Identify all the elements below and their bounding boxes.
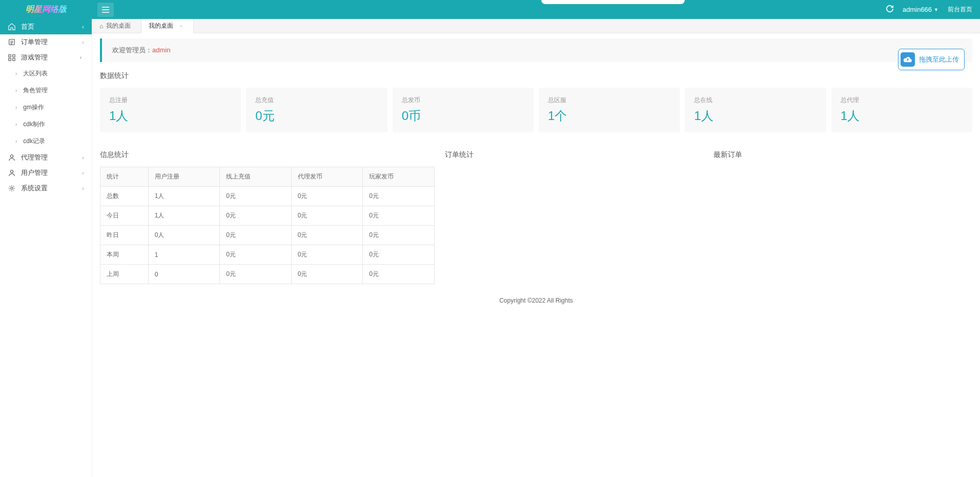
user-dropdown[interactable]: admin666 ▼ — [903, 6, 938, 13]
nav-label: 用户管理 — [21, 168, 48, 177]
chevron-right-icon: › — [15, 71, 17, 76]
table-cell: 0元 — [363, 226, 435, 245]
logo-text: 明星网络版 — [26, 4, 67, 15]
cloud-upload-icon — [901, 52, 915, 67]
nav-label: 代理管理 — [21, 153, 48, 162]
table-cell: 0元 — [220, 206, 292, 226]
nav-sub-item[interactable]: ›gm操作 — [0, 99, 92, 116]
table-header: 用户注册 — [148, 167, 220, 187]
chevron-icon: ⌄ — [78, 55, 85, 60]
nav-sub-item[interactable]: ›角色管理 — [0, 82, 92, 99]
menu-toggle-button[interactable] — [97, 3, 114, 17]
stat-label: 总注册 — [109, 96, 232, 105]
game-icon — [8, 53, 16, 62]
settings-icon — [8, 184, 16, 192]
chevron-right-icon: › — [15, 138, 17, 144]
table-cell: 0元 — [363, 187, 435, 206]
main: ⌂我的桌面我的桌面× 欢迎管理员：admin 拖拽至此上传 数据统计 总注册1人… — [92, 19, 980, 477]
chevron-right-icon: › — [15, 88, 17, 93]
svg-rect-2 — [13, 55, 15, 57]
nav-label: 订单管理 — [21, 37, 48, 47]
table-cell: 总数 — [100, 187, 149, 206]
table-header: 统计 — [100, 167, 149, 187]
table-cell: 0元 — [363, 265, 435, 284]
nav-label: 系统设置 — [21, 184, 48, 193]
chevron-icon: ‹ — [82, 154, 84, 161]
stat-label: 总发币 — [402, 96, 524, 105]
nav-item-user[interactable]: 用户管理‹ — [0, 165, 92, 181]
info-table: 统计用户注册线上充值代理发币玩家发币总数1人0元0元0元今日1人0元0元0元昨日… — [100, 167, 435, 284]
table-cell: 0元 — [220, 187, 292, 206]
nav-item-settings[interactable]: 系统设置‹ — [0, 181, 92, 196]
hamburger-icon — [102, 7, 109, 13]
stat-card: 总注册1人 — [100, 88, 241, 132]
nav-sub-label: 角色管理 — [23, 86, 48, 95]
table-cell: 昨日 — [100, 226, 149, 245]
stat-card: 总发币0币 — [393, 88, 534, 132]
table-header: 代理发币 — [291, 167, 363, 187]
table-row: 今日1人0元0元0元 — [100, 206, 435, 226]
table-cell: 0元 — [291, 226, 363, 245]
tab-label: 我的桌面 — [106, 22, 131, 30]
stat-card: 总充值0元 — [246, 88, 387, 132]
nav-sub-item[interactable]: ›cdk记录 — [0, 133, 92, 150]
nav-label: 首页 — [21, 22, 34, 31]
tab[interactable]: ⌂我的桌面 — [92, 19, 141, 33]
table-cell: 0元 — [220, 226, 292, 245]
tab-label: 我的桌面 — [149, 22, 173, 30]
tabs: ⌂我的桌面我的桌面× — [92, 19, 980, 33]
table-cell: 0元 — [291, 265, 363, 284]
nav-sub-label: cdk制作 — [23, 120, 45, 129]
nav-item-order[interactable]: 订单管理‹ — [0, 34, 92, 50]
table-row: 总数1人0元0元0元 — [100, 187, 435, 206]
agent-icon — [8, 153, 16, 162]
table-header: 玩家发币 — [363, 167, 435, 187]
stat-value: 1人 — [841, 108, 963, 124]
table-header: 线上充值 — [220, 167, 292, 187]
table-cell: 0元 — [220, 245, 292, 265]
table-cell: 今日 — [100, 206, 149, 226]
stat-value: 1个 — [548, 108, 670, 124]
stat-value: 0元 — [255, 108, 378, 124]
nav-item-home[interactable]: 首页‹ — [0, 19, 92, 34]
close-icon[interactable]: × — [179, 23, 182, 29]
nav-sub-label: cdk记录 — [23, 137, 45, 146]
tab[interactable]: 我的桌面× — [141, 19, 193, 33]
upload-button[interactable]: 拖拽至此上传 — [898, 49, 965, 70]
nav-sub-item[interactable]: ›cdk制作 — [0, 116, 92, 133]
footer: Copyright ©2022 All Rights — [100, 284, 972, 317]
table-cell: 1 — [148, 245, 220, 265]
chevron-right-icon: › — [15, 122, 17, 127]
svg-point-5 — [10, 155, 13, 157]
stats-row: 总注册1人总充值0元总发币0币总区服1个总在线1人总代理1人 — [100, 88, 972, 132]
refresh-button[interactable] — [886, 5, 893, 14]
front-link[interactable]: 前台首页 — [948, 5, 972, 14]
svg-point-6 — [10, 170, 13, 173]
stat-value: 1人 — [109, 108, 232, 124]
user-name: admin666 — [903, 6, 932, 13]
stat-card: 总在线1人 — [685, 88, 826, 132]
logo: 明星网络版 — [0, 0, 92, 19]
upload-label: 拖拽至此上传 — [919, 55, 959, 64]
table-cell: 0元 — [363, 245, 435, 265]
stat-card: 总代理1人 — [831, 88, 972, 132]
order-icon — [8, 38, 16, 46]
table-cell: 0人 — [148, 226, 220, 245]
nav-label: 游戏管理 — [21, 53, 48, 62]
nav-item-game[interactable]: 游戏管理⌄ — [0, 50, 92, 65]
sidebar: 首页‹订单管理‹游戏管理⌄›大区列表›角色管理›gm操作›cdk制作›cdk记录… — [0, 19, 92, 477]
nav-item-agent[interactable]: 代理管理‹ — [0, 150, 92, 165]
chevron-icon: ‹ — [82, 170, 84, 176]
welcome-bar: 欢迎管理员：admin — [100, 38, 972, 62]
nav-sub-item[interactable]: ›大区列表 — [0, 65, 92, 82]
content: 欢迎管理员：admin 拖拽至此上传 数据统计 总注册1人总充值0元总发币0币总… — [92, 33, 980, 477]
table-cell: 本周 — [100, 245, 149, 265]
info-stats-title: 信息统计 — [100, 150, 435, 160]
svg-rect-3 — [9, 58, 11, 61]
table-cell: 1人 — [148, 187, 220, 206]
search-box[interactable] — [541, 0, 685, 4]
nav-sub-label: 大区列表 — [23, 69, 48, 78]
stat-label: 总充值 — [255, 96, 378, 105]
home-icon: ⌂ — [99, 23, 103, 30]
chevron-icon: ‹ — [82, 39, 84, 45]
